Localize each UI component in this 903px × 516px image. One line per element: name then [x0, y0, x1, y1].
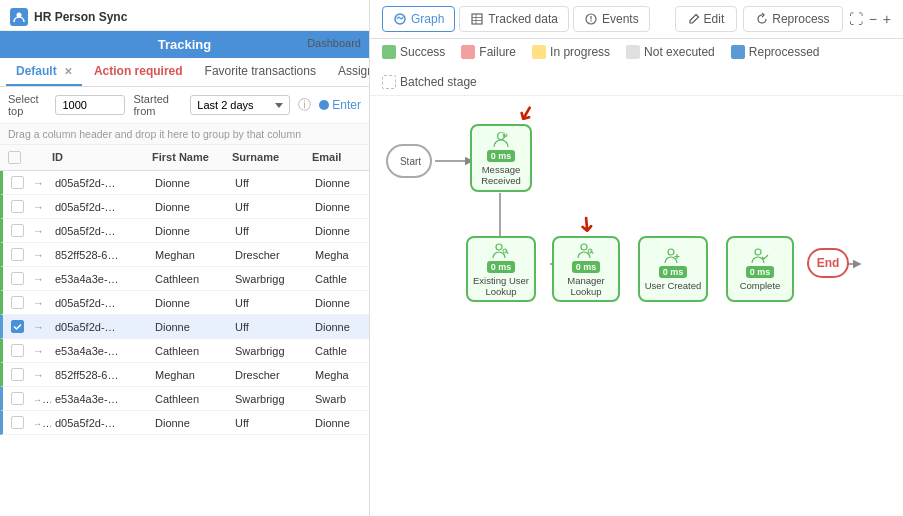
- info-icon[interactable]: ⓘ: [298, 96, 311, 114]
- minimize-icon[interactable]: −: [869, 11, 877, 27]
- started-from-label: Started from: [133, 93, 182, 117]
- row-checkbox[interactable]: [7, 270, 29, 287]
- existing-user-node[interactable]: 0 ms Existing UserLookup: [466, 236, 536, 302]
- complete-label: Complete: [740, 280, 781, 291]
- manager-lookup-node[interactable]: 0 ms ManagerLookup: [552, 236, 620, 302]
- start-node[interactable]: Start: [386, 144, 432, 178]
- tab-events[interactable]: Events: [573, 6, 650, 32]
- row-checkbox[interactable]: [7, 198, 29, 215]
- row-arrow[interactable]: →: [29, 367, 51, 383]
- checkbox[interactable]: [11, 296, 24, 309]
- row-checkbox[interactable]: [7, 246, 29, 263]
- checkbox[interactable]: [11, 272, 24, 285]
- complete-icon: [750, 246, 770, 266]
- row-email: Dionne: [311, 295, 369, 311]
- col-firstname[interactable]: First Name: [148, 149, 228, 166]
- checkbox[interactable]: [11, 392, 24, 405]
- red-arrow-2: ➜: [573, 214, 600, 234]
- legend-failure-box: [461, 45, 475, 59]
- col-email[interactable]: Email: [308, 149, 368, 166]
- events-icon: [584, 12, 598, 26]
- table-icon: [470, 12, 484, 26]
- checkbox[interactable]: [11, 224, 24, 237]
- legend-reprocessed: Reprocessed: [731, 45, 820, 59]
- right-panel: Graph Tracked data Events Edit Reprocess…: [370, 0, 903, 516]
- row-email: Megha: [311, 367, 369, 383]
- row-arrow[interactable]: →: [29, 319, 51, 335]
- row-checkbox[interactable]: [7, 174, 29, 191]
- row-surname: Swarbrigg: [231, 391, 311, 407]
- row-checkbox[interactable]: [7, 390, 29, 407]
- row-checkbox[interactable]: [7, 414, 29, 431]
- legend-failure: Failure: [461, 45, 516, 59]
- tab-close-icon[interactable]: ✕: [64, 66, 72, 77]
- complete-node[interactable]: 0 ms Complete: [726, 236, 794, 302]
- enter-dot: [319, 100, 329, 110]
- tab-favorite[interactable]: Favorite transactions: [195, 58, 326, 86]
- row-email: Dionne: [311, 199, 369, 215]
- checkbox[interactable]: [11, 248, 24, 261]
- dashboard-label[interactable]: Dashboard: [299, 37, 369, 49]
- tab-graph[interactable]: Graph: [382, 6, 455, 32]
- checkbox[interactable]: [11, 416, 24, 429]
- message-received-label: MessageReceived: [481, 164, 521, 187]
- row-arrow[interactable]: →: [29, 271, 51, 287]
- row-arrow[interactable]: →: [29, 247, 51, 263]
- checkbox[interactable]: [11, 368, 24, 381]
- checkbox[interactable]: [11, 320, 24, 333]
- row-id: e53a4a3e-…: [51, 391, 151, 407]
- enter-button[interactable]: Enter: [319, 98, 361, 112]
- row-surname: Swarbrigg: [231, 271, 311, 287]
- row-email: Dionne: [311, 319, 369, 335]
- row-checkbox[interactable]: [7, 318, 29, 335]
- row-arrow[interactable]: → 🗎 ↺: [29, 391, 51, 407]
- col-id[interactable]: ID: [48, 149, 148, 166]
- message-received-node[interactable]: ↔ 0 ms MessageReceived: [470, 124, 532, 192]
- row-id: d05a5f2d-…: [51, 415, 151, 431]
- row-arrow[interactable]: →: [29, 343, 51, 359]
- legend-success: Success: [382, 45, 445, 59]
- checkbox[interactable]: [11, 200, 24, 213]
- select-all-checkbox[interactable]: [8, 151, 21, 164]
- row-checkbox[interactable]: [7, 222, 29, 239]
- row-arrow[interactable]: →: [29, 295, 51, 311]
- top-area: Tracking Dashboard: [0, 31, 369, 58]
- user-created-node[interactable]: 0 ms User Created: [638, 236, 708, 302]
- row-surname: Uff: [231, 199, 311, 215]
- legend-success-box: [382, 45, 396, 59]
- row-firstname: Dionne: [151, 175, 231, 191]
- select-top-input[interactable]: [55, 95, 125, 115]
- row-email: Cathle: [311, 271, 369, 287]
- started-from-select[interactable]: Last 2 days Last 7 days Last 30 days: [190, 95, 290, 115]
- row-checkbox[interactable]: [7, 342, 29, 359]
- existing-user-label: Existing UserLookup: [473, 275, 529, 298]
- tab-tracked-data[interactable]: Tracked data: [459, 6, 569, 32]
- fullscreen-icon[interactable]: ⛶: [849, 11, 863, 27]
- expand-icon[interactable]: +: [883, 11, 891, 27]
- row-checkbox[interactable]: [7, 294, 29, 311]
- row-checkbox[interactable]: [7, 366, 29, 383]
- row-arrow[interactable]: →: [29, 175, 51, 191]
- row-arrow[interactable]: →: [29, 199, 51, 215]
- row-firstname: Dionne: [151, 295, 231, 311]
- col-surname[interactable]: Surname: [228, 149, 308, 166]
- legend-notexecuted-box: [626, 45, 640, 59]
- tab-assigned[interactable]: Assigned tra…: [328, 58, 370, 86]
- tab-default[interactable]: Default ✕: [6, 58, 82, 86]
- end-node[interactable]: End: [807, 248, 849, 278]
- svg-text:↔: ↔: [498, 130, 510, 140]
- graph-area[interactable]: Start ↔ 0 ms MessageReceived 0 ms Existi…: [370, 96, 903, 516]
- row-id: 852ff528-6…: [51, 247, 151, 263]
- svg-point-21: [581, 244, 587, 250]
- edit-button[interactable]: Edit: [675, 6, 738, 32]
- row-email: Megha: [311, 247, 369, 263]
- checkbox[interactable]: [11, 344, 24, 357]
- user-created-badge: 0 ms: [659, 266, 688, 278]
- col-arrow: [26, 149, 48, 166]
- row-arrow[interactable]: →: [29, 223, 51, 239]
- svg-point-19: [496, 244, 502, 250]
- checkbox[interactable]: [11, 176, 24, 189]
- tab-action-required[interactable]: Action required: [84, 58, 193, 86]
- reprocess-button[interactable]: Reprocess: [743, 6, 842, 32]
- row-arrow[interactable]: → 🗎 ↺: [29, 415, 51, 431]
